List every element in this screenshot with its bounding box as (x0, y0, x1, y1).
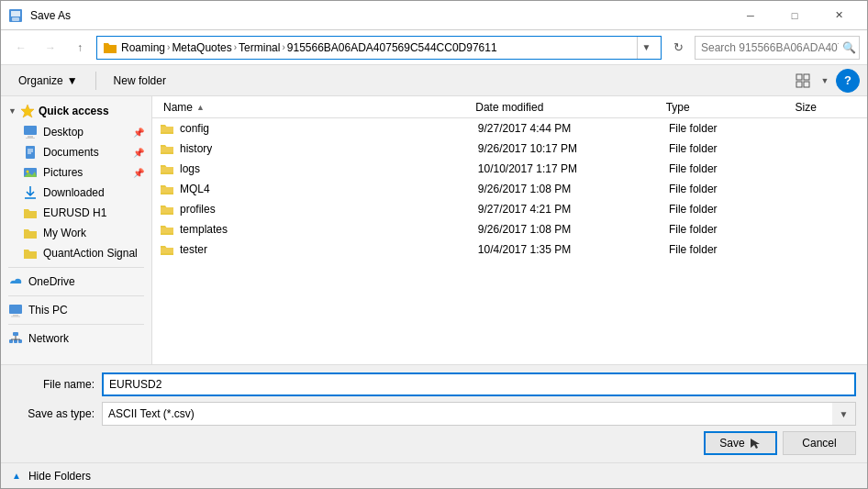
file-type: File folder (669, 183, 796, 195)
minimize-button[interactable]: ─ (729, 1, 772, 30)
savetype-select[interactable]: ASCII Text (*.csv) (102, 402, 833, 426)
filename-input[interactable] (102, 372, 856, 396)
search-input[interactable] (701, 41, 839, 54)
window-icon (8, 8, 23, 23)
table-row[interactable]: logs 10/10/2017 1:17 PM File folder (152, 159, 867, 179)
sidebar-separator-1 (8, 267, 144, 268)
col-type-header[interactable]: Type (662, 101, 792, 114)
forward-button[interactable]: → (38, 35, 63, 61)
folder-icon-eurusd (23, 206, 38, 220)
address-dropdown-button[interactable]: ▼ (637, 36, 655, 60)
svg-rect-11 (26, 146, 35, 159)
view-dropdown-button[interactable]: ▼ (818, 69, 832, 93)
svg-rect-23 (9, 339, 13, 343)
pin-icon-docs: 📌 (133, 148, 144, 158)
table-row[interactable]: config 9/27/2017 4:44 PM File folder (152, 118, 867, 139)
filename-row: File name: (12, 372, 856, 396)
sidebar-item-eurusd-label: EURUSD H1 (43, 206, 106, 219)
sidebar: ▼ Quick access Desktop 📌 (1, 96, 152, 364)
hide-folders-label[interactable]: Hide Folders (28, 470, 91, 483)
file-date: 10/4/2017 1:35 PM (478, 243, 669, 256)
table-row[interactable]: MQL4 9/26/2017 1:08 PM File folder (152, 179, 867, 199)
quick-access-label: Quick access (39, 105, 109, 117)
sidebar-item-network-label: Network (28, 332, 69, 345)
savetype-dropdown-arrow[interactable]: ▼ (832, 402, 856, 426)
bottom-section: File name: Save as type: ASCII Text (*.c… (1, 364, 867, 462)
organize-dropdown-icon: ▼ (67, 74, 78, 87)
sidebar-item-onedrive-label: OneDrive (28, 275, 75, 288)
back-button[interactable]: ← (8, 35, 34, 61)
organize-button[interactable]: Organize ▼ (8, 69, 88, 93)
sidebar-item-desktop[interactable]: Desktop 📌 (1, 122, 151, 142)
maximize-button[interactable]: □ (773, 1, 816, 30)
sidebar-item-network[interactable]: Network (1, 328, 151, 349)
up-button[interactable]: ↑ (67, 35, 93, 61)
sidebar-item-onedrive[interactable]: OneDrive (1, 272, 151, 292)
folder-icon-mywork (23, 226, 38, 240)
svg-rect-22 (13, 332, 18, 336)
view-options-button[interactable] (790, 69, 816, 93)
network-icon (8, 331, 23, 346)
file-name: MQL4 (180, 183, 210, 195)
breadcrumb-roaming[interactable]: Roaming (121, 41, 165, 54)
svg-rect-4 (804, 74, 809, 80)
sidebar-item-thispc[interactable]: This PC (1, 300, 151, 320)
sidebar-item-quantaction[interactable]: QuantAction Signal (1, 243, 151, 263)
table-row[interactable]: tester 10/4/2017 1:35 PM File folder (152, 239, 867, 260)
new-folder-button[interactable]: New folder (104, 69, 176, 93)
sidebar-item-mywork[interactable]: My Work (1, 223, 151, 243)
svg-marker-7 (21, 105, 34, 117)
title-bar: Save As ─ □ ✕ (1, 1, 867, 30)
col-name-header[interactable]: Name ▲ (160, 101, 472, 114)
breadcrumb-terminal[interactable]: Terminal (239, 41, 280, 54)
folder-icon (103, 40, 117, 55)
breadcrumb-metaquotes[interactable]: MetaQuotes (172, 41, 231, 54)
quick-access-header: ▼ Quick access (1, 100, 151, 122)
documents-icon (23, 145, 38, 160)
folder-icon (160, 222, 174, 237)
file-type: File folder (669, 243, 796, 256)
cancel-button[interactable]: Cancel (783, 431, 856, 455)
onedrive-icon (8, 274, 23, 289)
file-name: tester (180, 243, 207, 256)
file-type: File folder (669, 162, 796, 175)
file-name: templates (180, 223, 228, 236)
close-button[interactable]: ✕ (818, 1, 860, 30)
quick-access-section: ▼ Quick access Desktop 📌 (1, 100, 151, 263)
svg-rect-3 (796, 74, 802, 80)
file-date: 9/27/2017 4:21 PM (478, 203, 669, 216)
col-size-header[interactable]: Size (792, 101, 860, 114)
refresh-button[interactable]: ↻ (665, 36, 691, 60)
sidebar-item-downloaded[interactable]: Downloaded (1, 183, 151, 203)
savetype-wrapper: ASCII Text (*.csv) ▼ (102, 402, 856, 426)
file-date: 9/26/2017 10:17 PM (478, 142, 669, 155)
desktop-icon (23, 125, 38, 139)
savetype-row: Save as type: ASCII Text (*.csv) ▼ (12, 402, 856, 426)
quick-access-icon (20, 104, 35, 118)
save-button[interactable]: Save (704, 431, 777, 455)
address-path[interactable]: Roaming › MetaQuotes › Terminal › 915566… (96, 36, 662, 60)
table-row[interactable]: templates 9/26/2017 1:08 PM File folder (152, 219, 867, 239)
breadcrumb-id[interactable]: 915566BA06ADA407569C544CC0D97611 (287, 41, 497, 54)
file-name: config (180, 122, 209, 135)
toolbar-separator (95, 72, 96, 90)
svg-rect-6 (804, 82, 809, 87)
window-controls: ─ □ ✕ (729, 1, 860, 30)
sidebar-item-documents[interactable]: Documents 📌 (1, 142, 151, 162)
folder-icon (160, 242, 174, 257)
table-row[interactable]: profiles 9/27/2017 4:21 PM File folder (152, 199, 867, 219)
window-title: Save As (30, 9, 71, 22)
help-button[interactable]: ? (836, 69, 860, 93)
col-size-label: Size (796, 101, 817, 114)
col-date-header[interactable]: Date modified (472, 101, 662, 114)
file-name: profiles (180, 203, 216, 216)
folder-icon (160, 182, 174, 196)
column-headers: Name ▲ Date modified Type Size (152, 96, 867, 118)
table-row[interactable]: history 9/26/2017 10:17 PM File folder (152, 139, 867, 159)
sidebar-item-eurusd[interactable]: EURUSD H1 (1, 203, 151, 223)
sidebar-item-pictures[interactable]: Pictures 📌 (1, 162, 151, 183)
search-icon: 🔍 (842, 41, 856, 54)
downloaded-icon (23, 185, 38, 200)
cancel-label: Cancel (802, 437, 836, 450)
hide-folders-chevron[interactable]: ▲ (12, 471, 21, 481)
